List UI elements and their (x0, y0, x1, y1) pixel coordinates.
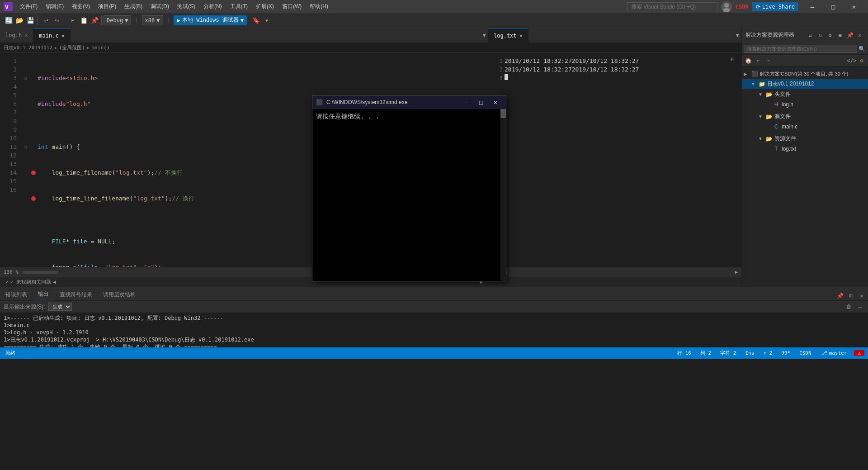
title-search-input[interactable] (627, 2, 717, 11)
log-content[interactable]: 1 2019/10/12 18:32:272019/10/12 18:32:27… (488, 53, 741, 267)
breadcrumb-project[interactable]: 日志v0.1.20191012 (4, 44, 52, 51)
menu-view[interactable]: 视图(V) (68, 1, 94, 12)
se-search-icon[interactable]: 🔍 (857, 44, 866, 53)
cmd-scrollbar-thumb[interactable] (500, 109, 506, 118)
menu-project[interactable]: 项目(P) (94, 1, 120, 12)
tab-dropdown-btn[interactable]: ▼ (480, 28, 488, 43)
status-csdn[interactable]: CSDN (797, 350, 813, 356)
toolbar-undo[interactable]: ↩ (41, 15, 51, 25)
se-btn-pin[interactable]: 📌 (845, 31, 854, 40)
status-error-indicator[interactable]: ⚠ (854, 350, 864, 356)
status-char[interactable]: 字符 2 (718, 350, 738, 356)
output-source-select[interactable]: 生成 (48, 303, 72, 311)
toolbar-new[interactable]: 🔄 (4, 15, 14, 25)
breadcrumb-symbol[interactable]: main() (92, 45, 110, 51)
tree-row-source[interactable]: ▼ 📂 源文件 (742, 112, 868, 121)
output-close-btn[interactable]: ✕ (857, 291, 866, 300)
se-btn-props[interactable]: ≡ (835, 31, 844, 40)
run-button[interactable]: ▶ 本地 Windows 调试器 ▼ (174, 15, 248, 25)
tree-row-solution[interactable]: ▶ ⬛ 解决方案'CSDN'(第 30 个项目, 共 30 个) (742, 69, 868, 78)
minimize-button[interactable]: — (802, 0, 823, 14)
menu-window[interactable]: 窗口(W) (278, 1, 305, 12)
menu-file[interactable]: 文件(F) (16, 1, 41, 12)
output-tab-calls[interactable]: 调用层次结构 (98, 289, 141, 300)
fold-4[interactable]: ⊟ (24, 142, 29, 151)
maximize-button[interactable]: □ (823, 0, 844, 14)
toolbar-copy[interactable]: 📋 (79, 15, 89, 25)
status-git[interactable]: ⎇ master (819, 350, 849, 356)
toolbar-open[interactable]: 📂 (14, 15, 24, 25)
tree-row-mainc[interactable]: C main.c (742, 122, 868, 131)
menu-edit[interactable]: 编辑(E) (42, 1, 67, 12)
status-col[interactable]: 列 2 (698, 350, 713, 356)
breadcrumb-scope[interactable]: (全局范围) (59, 44, 85, 51)
tree-row-headers[interactable]: ▼ 📂 头文件 (742, 90, 868, 99)
output-pin-btn[interactable]: 📌 (835, 291, 844, 300)
se-btn-filter[interactable]: ⚙ (826, 31, 835, 40)
se-btn-close[interactable]: ✕ (855, 31, 864, 40)
tree-row-logtxt[interactable]: T log.txt (742, 144, 868, 153)
se-btn-back[interactable]: ← (754, 56, 763, 65)
config-dropdown[interactable]: Debug ▼ (104, 15, 131, 25)
output-wrap-btn[interactable]: ↵ (855, 302, 864, 311)
log-add-btn[interactable]: + (730, 55, 734, 63)
menu-test[interactable]: 测试(S) (174, 1, 199, 12)
toolbar-redo[interactable]: ↪ (52, 15, 62, 25)
toolbar-bookmark[interactable]: 🔖 (251, 15, 261, 25)
zoom-level[interactable]: 136 % (4, 269, 19, 275)
cmd-scrollbar[interactable] (500, 109, 506, 281)
menu-help[interactable]: 帮助(H) (306, 1, 332, 12)
toolbar-save-all[interactable]: 💾 (25, 15, 35, 25)
menu-tools[interactable]: 工具(T) (226, 1, 251, 12)
close-button[interactable]: ✕ (844, 0, 864, 14)
output-tab-errors[interactable]: 错误列表 (0, 289, 33, 300)
tab-mainc-close[interactable]: ✕ (61, 33, 65, 39)
output-tab-output[interactable]: 输出 (33, 289, 54, 300)
solution-search-input[interactable] (744, 45, 857, 53)
cmd-maximize-btn[interactable]: □ (474, 97, 488, 108)
se-btn-prop2[interactable]: ⚙ (857, 56, 866, 65)
toolbar-cut[interactable]: ✂ (68, 15, 78, 25)
se-btn-forward[interactable]: → (764, 56, 773, 65)
tab-logh[interactable]: log.h ✕ (0, 28, 33, 43)
live-share-button[interactable]: ⟳ Live Share (752, 2, 798, 11)
bp-6[interactable] (31, 196, 36, 201)
status-encoding[interactable]: 99* (779, 350, 792, 356)
menu-debug[interactable]: 调试(D) (147, 1, 173, 12)
se-btn-refresh[interactable]: ↻ (816, 31, 825, 40)
se-btn-sync[interactable]: ⇄ (806, 31, 815, 40)
tree-row-project[interactable]: ▼ 📁 日志v0.1.20191012 (742, 79, 868, 89)
menu-extensions[interactable]: 扩展(X) (252, 1, 278, 12)
output-float-btn[interactable]: ⊞ (846, 291, 855, 300)
status-line[interactable]: 行 16 (675, 350, 693, 356)
tree-row-logh[interactable]: H log.h (742, 100, 868, 109)
tab-logh-close[interactable]: ✕ (24, 32, 28, 38)
output-tab-find[interactable]: 查找符号结果 (54, 289, 98, 300)
fold-1[interactable]: ⊟ (24, 74, 29, 82)
cmd-close-btn[interactable]: ✕ (489, 97, 502, 108)
platform-dropdown[interactable]: x86 ▼ (142, 15, 163, 25)
se-btn-code[interactable]: </> (847, 56, 856, 65)
status-ins[interactable]: Ins (744, 350, 756, 356)
output-right-tools: 🗑 ↵ (844, 302, 864, 311)
log-tab-dropdown[interactable]: ▼ (733, 28, 741, 43)
tab-logtxt[interactable]: log.txt ✕ (488, 28, 528, 43)
bp-5[interactable] (31, 171, 36, 175)
se-btn-home[interactable]: 🏠 (744, 56, 753, 65)
user-avatar[interactable] (721, 1, 732, 12)
output-clear-btn[interactable]: 🗑 (844, 302, 854, 311)
status-spaces[interactable]: ↑ 2 (761, 350, 774, 356)
output-content[interactable]: 1>------ 已启动生成: 项目: 日志 v0.1.20191012, 配置… (0, 313, 868, 347)
title-bar: V 文件(F) 编辑(E) 视图(V) 项目(P) 生成(B) 调试(D) 测试… (0, 0, 868, 14)
toolbar-paste[interactable]: 📌 (90, 15, 99, 25)
toolbar-perf[interactable]: ⚡ (262, 15, 272, 25)
menu-analyze[interactable]: 分析(N) (200, 1, 226, 12)
tab-mainc[interactable]: main.c ✕ (33, 28, 71, 43)
cmd-title-bar[interactable]: ⬛ C:\WINDOWS\system32\cmd.exe — □ ✕ (312, 95, 506, 109)
cmd-minimize-btn[interactable]: — (460, 97, 473, 108)
cmd-content[interactable]: 请按任意键继续. . . (312, 109, 506, 281)
tab-logtxt-close[interactable]: ✕ (519, 33, 523, 39)
status-ready[interactable]: 就绪 (4, 350, 17, 356)
tree-row-resource[interactable]: ▼ 📂 资源文件 (742, 134, 868, 143)
menu-build[interactable]: 生成(B) (121, 1, 146, 12)
